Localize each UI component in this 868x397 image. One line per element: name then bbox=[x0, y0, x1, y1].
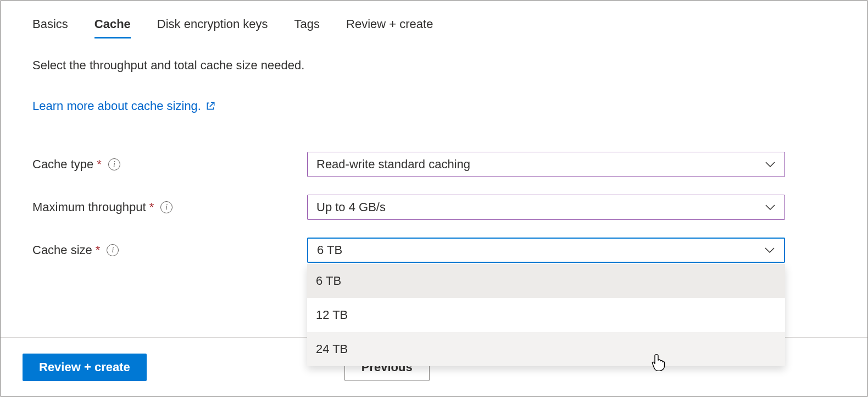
required-asterisk: * bbox=[96, 243, 101, 257]
cache-type-select[interactable]: Read-write standard caching bbox=[307, 152, 785, 177]
max-throughput-label: Maximum throughput bbox=[32, 200, 146, 214]
info-icon[interactable]: i bbox=[108, 158, 120, 170]
cache-type-row: Cache type * i Read-write standard cachi… bbox=[32, 152, 836, 177]
tab-tags[interactable]: Tags bbox=[294, 17, 320, 38]
cache-type-label: Cache type bbox=[32, 157, 93, 172]
max-throughput-value: Up to 4 GB/s bbox=[316, 200, 386, 214]
learn-more-text: Learn more about cache sizing. bbox=[32, 99, 201, 113]
max-throughput-row: Maximum throughput * i Up to 4 GB/s bbox=[32, 195, 836, 220]
tab-description: Select the throughput and total cache si… bbox=[32, 58, 836, 73]
cache-size-select[interactable]: 6 TB bbox=[307, 238, 785, 263]
cache-size-option-12tb[interactable]: 12 TB bbox=[307, 298, 785, 332]
cache-size-value: 6 TB bbox=[317, 243, 342, 257]
external-link-icon bbox=[205, 101, 215, 111]
tab-disk-encryption-keys[interactable]: Disk encryption keys bbox=[157, 17, 268, 38]
learn-more-link[interactable]: Learn more about cache sizing. bbox=[32, 99, 215, 113]
info-icon[interactable]: i bbox=[160, 201, 173, 213]
cache-size-label: Cache size bbox=[32, 243, 92, 257]
required-asterisk: * bbox=[149, 200, 154, 214]
info-icon[interactable]: i bbox=[107, 244, 119, 256]
cache-size-row: Cache size * i 6 TB 6 TB 12 TB 24 TB bbox=[32, 238, 836, 263]
required-asterisk: * bbox=[97, 157, 102, 172]
max-throughput-select[interactable]: Up to 4 GB/s bbox=[307, 195, 785, 220]
chevron-down-icon bbox=[765, 204, 776, 211]
tab-basics[interactable]: Basics bbox=[32, 17, 68, 38]
chevron-down-icon bbox=[765, 161, 776, 168]
tab-review-create[interactable]: Review + create bbox=[346, 17, 433, 38]
chevron-down-icon bbox=[764, 247, 775, 253]
tab-cache[interactable]: Cache bbox=[94, 17, 131, 38]
cache-size-option-6tb[interactable]: 6 TB bbox=[307, 264, 785, 298]
cache-size-option-24tb[interactable]: 24 TB bbox=[307, 332, 785, 366]
cache-size-dropdown: 6 TB 12 TB 24 TB bbox=[307, 264, 785, 366]
review-create-button[interactable]: Review + create bbox=[23, 354, 147, 381]
cache-type-value: Read-write standard caching bbox=[316, 157, 470, 172]
wizard-tabs: Basics Cache Disk encryption keys Tags R… bbox=[32, 17, 836, 38]
